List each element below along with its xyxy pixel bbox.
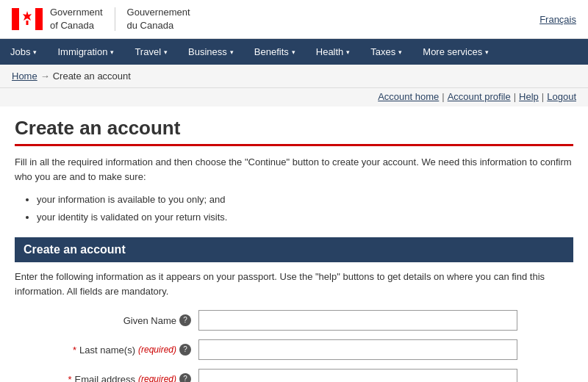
nav-item-travel[interactable]: Travel ▾: [124, 39, 178, 65]
bullet-1: your information is available to you onl…: [37, 191, 573, 208]
nav-item-more-services[interactable]: More services ▾: [412, 39, 499, 65]
given-name-input[interactable]: [198, 310, 517, 331]
email-input[interactable]: [198, 369, 517, 382]
given-name-label: Given Name ?: [15, 314, 198, 326]
last-name-help-icon[interactable]: ?: [179, 344, 191, 356]
section-intro: Enter the following information as it ap…: [15, 270, 573, 298]
gov-name: Government of Canada Gouvernement du Can…: [50, 6, 190, 32]
breadcrumb-arrow: →: [40, 71, 50, 82]
chevron-down-icon: ▾: [485, 48, 489, 56]
nav-item-jobs[interactable]: Jobs ▾: [0, 39, 47, 65]
chevron-down-icon: ▾: [346, 48, 350, 56]
help-link[interactable]: Help: [519, 91, 539, 102]
email-row: * Email address (required) ?: [15, 369, 573, 382]
red-divider: [15, 144, 573, 146]
chevron-down-icon: ▾: [110, 48, 114, 56]
chevron-down-icon: ▾: [292, 48, 295, 56]
chevron-down-icon: ▾: [398, 48, 402, 56]
chevron-down-icon: ▾: [33, 48, 37, 56]
top-header: Government of Canada Gouvernement du Can…: [0, 0, 588, 39]
canada-flag-icon: [12, 8, 43, 30]
last-name-label: * Last name(s) (required) ?: [15, 344, 198, 356]
last-name-row: * Last name(s) (required) ?: [15, 339, 573, 360]
main-content: Create an account Fill in all the requir…: [0, 107, 588, 382]
chevron-down-icon: ▾: [230, 48, 234, 56]
last-name-input[interactable]: [198, 339, 517, 360]
form-section-header: Create an account: [15, 237, 573, 262]
breadcrumb: Home → Create an account: [0, 65, 588, 88]
account-links-bar: Account home | Account profile | Help | …: [0, 88, 588, 107]
separator3: |: [542, 91, 544, 102]
logout-link[interactable]: Logout: [547, 91, 576, 102]
svg-rect-0: [12, 8, 19, 30]
intro-text: Fill in all the required information and…: [15, 155, 573, 184]
account-profile-link[interactable]: Account profile: [448, 91, 511, 102]
bullet-2: your identity is validated on your retur…: [37, 209, 573, 226]
chevron-down-icon: ▾: [164, 48, 168, 56]
email-label: * Email address (required) ?: [15, 373, 198, 382]
nav-item-taxes[interactable]: Taxes ▾: [360, 39, 412, 65]
intro-bullets: your information is available to you onl…: [15, 191, 573, 226]
separator1: |: [442, 91, 444, 102]
nav-item-business[interactable]: Business ▾: [178, 39, 244, 65]
account-form: Given Name ? * Last name(s) (required) ?…: [15, 310, 573, 382]
separator2: |: [514, 91, 516, 102]
given-name-row: Given Name ?: [15, 310, 573, 331]
given-name-help-icon[interactable]: ?: [179, 314, 191, 326]
nav-item-immigration[interactable]: Immigration ▾: [47, 39, 124, 65]
account-home-link[interactable]: Account home: [378, 91, 439, 102]
logo-area: Government of Canada Gouvernement du Can…: [12, 6, 190, 32]
french-lang-link[interactable]: Français: [539, 14, 576, 25]
breadcrumb-home-link[interactable]: Home: [12, 71, 37, 82]
svg-rect-2: [35, 8, 43, 30]
nav-item-health[interactable]: Health ▾: [306, 39, 361, 65]
main-nav: Jobs ▾ Immigration ▾ Travel ▾ Business ▾…: [0, 39, 588, 65]
page-title: Create an account: [15, 117, 573, 140]
svg-rect-4: [26, 21, 29, 25]
email-help-icon[interactable]: ?: [179, 373, 191, 382]
nav-item-benefits[interactable]: Benefits ▾: [244, 39, 306, 65]
breadcrumb-current: Create an account: [53, 71, 131, 82]
